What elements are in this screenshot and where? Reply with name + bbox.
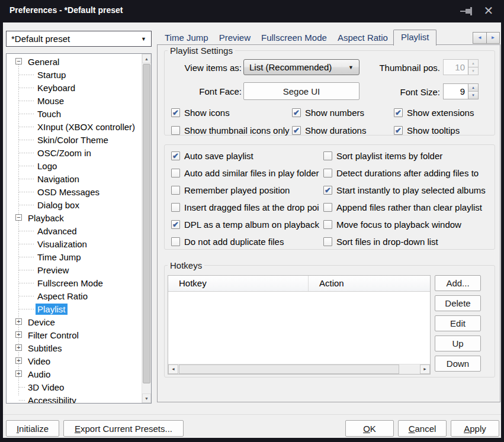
tree-item-advanced[interactable]: Advanced: [7, 224, 142, 237]
checked-checkbox-icon[interactable]: ✔: [292, 126, 301, 135]
expand-icon[interactable]: +: [15, 318, 22, 325]
action-column-header[interactable]: Action: [309, 276, 430, 291]
delete-button[interactable]: Delete: [435, 295, 481, 311]
checkbox-sort-files-in-drop-down-list[interactable]: Sort files in drop-down list: [323, 237, 491, 247]
checked-checkbox-icon[interactable]: ✔: [292, 108, 301, 117]
checked-checkbox-icon[interactable]: ✔: [171, 151, 180, 160]
tree-item-navigation[interactable]: Navigation: [7, 172, 142, 185]
tree-item-osc-zoom-in[interactable]: OSC/Zoom in: [7, 146, 142, 159]
tree-item-preview[interactable]: Preview: [7, 263, 142, 276]
add-button[interactable]: Add...: [435, 275, 481, 291]
unchecked-checkbox-icon[interactable]: [171, 203, 180, 212]
unchecked-checkbox-icon[interactable]: [323, 220, 332, 229]
checkbox-append-files-rather-than-clear-playlist[interactable]: Append files rather than clear playlist: [323, 202, 491, 212]
tab-next-icon[interactable]: ►: [486, 32, 500, 44]
up-button[interactable]: Up: [435, 335, 481, 351]
unchecked-checkbox-icon[interactable]: [323, 151, 332, 160]
tree-item-fullscreen-mode[interactable]: Fullscreen Mode: [7, 276, 142, 289]
tree-item-osd-messages[interactable]: OSD Messages: [7, 185, 142, 198]
initialize-button[interactable]: Initialize: [6, 420, 59, 437]
unchecked-checkbox-icon[interactable]: [323, 203, 332, 212]
tab-preview[interactable]: Preview: [214, 31, 256, 45]
hotkeys-table-body[interactable]: [168, 292, 430, 364]
checkbox-show-durations[interactable]: ✔Show durations: [292, 125, 394, 135]
ok-button[interactable]: OK: [345, 420, 394, 437]
checkbox-remember-played-position[interactable]: Remember played position: [171, 185, 323, 195]
spin-down-icon[interactable]: ▼: [468, 67, 478, 75]
down-button[interactable]: Down: [435, 356, 481, 372]
tree-scrollbar-thumb[interactable]: [143, 64, 150, 383]
expand-icon[interactable]: +: [15, 331, 22, 338]
unchecked-checkbox-icon[interactable]: [171, 237, 180, 246]
tree-item-keyboard[interactable]: Keyboard: [7, 81, 142, 94]
hotkeys-table[interactable]: Hotkey Action ◄ ►: [168, 275, 431, 375]
tree-item-video[interactable]: +Video: [7, 354, 142, 367]
checkbox-show-numbers[interactable]: ✔Show numbers: [292, 108, 394, 118]
checkbox-do-not-add-duplicate-files[interactable]: Do not add duplicate files: [171, 237, 323, 247]
expand-icon[interactable]: +: [15, 357, 22, 364]
tree-scrollbar[interactable]: ▲ ▼: [142, 54, 151, 403]
tab-aspect-ratio[interactable]: Aspect Ratio: [332, 31, 393, 45]
expand-icon[interactable]: +: [15, 344, 22, 351]
tree-item-skin-color-theme[interactable]: Skin/Color Theme: [7, 133, 142, 146]
spin-up-icon[interactable]: ▲: [468, 84, 478, 91]
checked-checkbox-icon[interactable]: ✔: [394, 126, 403, 135]
spin-down-icon[interactable]: ▼: [468, 91, 478, 99]
category-tree[interactable]: −GeneralStartupKeyboardMouseTouchXInput …: [6, 53, 152, 404]
hscrollbar-thumb[interactable]: [179, 364, 399, 374]
tree-item-startup[interactable]: Startup: [7, 68, 142, 81]
titlebar[interactable]: Preferences - *Default preset ✕: [0, 0, 504, 22]
tree-item-mouse[interactable]: Mouse: [7, 94, 142, 107]
tab-playlist[interactable]: Playlist: [393, 30, 437, 46]
tree-item-time-jump[interactable]: Time Jump: [7, 250, 142, 263]
unchecked-checkbox-icon[interactable]: [171, 169, 180, 178]
checkbox-sort-playlist-items-by-folder[interactable]: Sort playlist items by folder: [323, 151, 491, 161]
checkbox-move-focus-to-playback-window[interactable]: Move focus to playback window: [323, 220, 491, 230]
unchecked-checkbox-icon[interactable]: [323, 169, 332, 178]
collapse-icon[interactable]: −: [15, 214, 22, 221]
hotkeys-hscrollbar[interactable]: ◄ ►: [168, 364, 430, 374]
scroll-right-icon[interactable]: ►: [420, 364, 430, 374]
tree-item-logo[interactable]: Logo: [7, 159, 142, 172]
unchecked-checkbox-icon[interactable]: [323, 237, 332, 246]
hotkey-column-header[interactable]: Hotkey: [168, 276, 309, 291]
tree-item-general[interactable]: −General: [7, 55, 142, 68]
tree-item-touch[interactable]: Touch: [7, 107, 142, 120]
tree-item-subtitles[interactable]: +Subtitles: [7, 341, 142, 354]
close-icon[interactable]: ✕: [481, 3, 496, 18]
hscrollbar-track[interactable]: [400, 364, 420, 374]
expand-icon[interactable]: +: [15, 370, 22, 377]
preset-dropdown[interactable]: *Default preset ▼: [6, 31, 152, 47]
checkbox-start-instantly-to-play-selected-albums[interactable]: ✔Start instantly to play selected albums: [323, 185, 491, 195]
view-items-dropdown[interactable]: List (Recommended) ▼: [243, 59, 359, 75]
unchecked-checkbox-icon[interactable]: [171, 186, 180, 195]
tree-item-3d-video[interactable]: 3D Video: [7, 380, 142, 393]
scroll-left-icon[interactable]: ◄: [168, 364, 178, 374]
spin-up-icon[interactable]: ▲: [468, 60, 478, 67]
unchecked-checkbox-icon[interactable]: [171, 126, 180, 135]
tree-item-aspect-ratio[interactable]: Aspect Ratio: [7, 289, 142, 302]
checkbox-show-extensions[interactable]: ✔Show extensions: [394, 108, 491, 118]
scroll-down-icon[interactable]: ▼: [142, 393, 151, 403]
checked-checkbox-icon[interactable]: ✔: [171, 220, 180, 229]
font-face-button[interactable]: Segoe UI: [243, 82, 359, 100]
tree-item-audio[interactable]: +Audio: [7, 367, 142, 380]
checkbox-insert-dragged-files-at-the-drop-poi[interactable]: Insert dragged files at the drop poi: [171, 202, 323, 212]
tree-item-accessibility[interactable]: Accessibility: [7, 393, 142, 404]
collapse-icon[interactable]: −: [15, 58, 22, 64]
checkbox-show-tooltips[interactable]: ✔Show tooltips: [394, 125, 491, 135]
checkbox-show-icons[interactable]: ✔Show icons: [171, 108, 292, 118]
checked-checkbox-icon[interactable]: ✔: [171, 108, 180, 117]
checkbox-dpl-as-a-temp-album-on-playback[interactable]: ✔DPL as a temp album on playback: [171, 220, 323, 230]
pin-icon[interactable]: [460, 7, 474, 16]
apply-button[interactable]: Apply: [451, 420, 499, 437]
checked-checkbox-icon[interactable]: ✔: [323, 186, 332, 195]
export-presets-button[interactable]: Export Current Presets...: [63, 420, 184, 437]
tab-time-jump[interactable]: Time Jump: [159, 31, 214, 45]
tree-item-device[interactable]: +Device: [7, 315, 142, 328]
checkbox-detect-durations-after-adding-files-to[interactable]: Detect durations after adding files to: [323, 168, 491, 178]
tree-item-filter-control[interactable]: +Filter Control: [7, 328, 142, 341]
tree-item-dialog-box[interactable]: Dialog box: [7, 198, 142, 211]
checkbox-auto-add-similar-files-in-play-folder[interactable]: Auto add similar files in play folder: [171, 168, 323, 178]
tab-prev-icon[interactable]: ◄: [473, 32, 486, 44]
